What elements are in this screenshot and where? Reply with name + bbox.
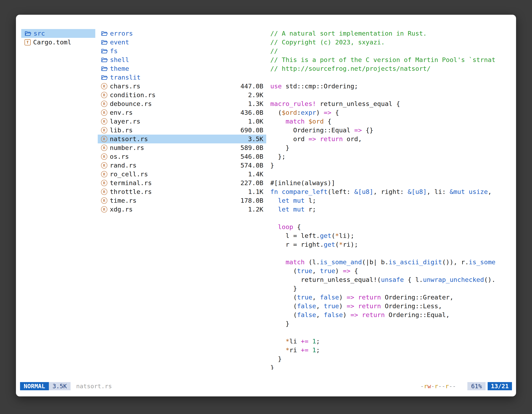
rust-file-icon: R bbox=[101, 171, 107, 177]
toml-file-icon: T bbox=[25, 39, 31, 45]
file-row[interactable]: Rnumber.rs589.0B bbox=[98, 143, 266, 152]
folder-open-icon bbox=[101, 48, 108, 54]
preview-pane[interactable]: // A natural sort implementation in Rust… bbox=[270, 29, 513, 370]
code-line: // A natural sort implementation in Rust… bbox=[270, 29, 513, 38]
code-line: // bbox=[270, 47, 513, 55]
code-line: return_unless_equal!(unsafe { l.unwrap_u… bbox=[270, 275, 513, 284]
file-row[interactable]: Rrand.rs574.0B bbox=[98, 161, 266, 170]
file-row[interactable]: Rro_cell.rs1.4K bbox=[98, 170, 266, 179]
entry-name: shell bbox=[110, 55, 129, 64]
cursor-position-badge: 13/21 bbox=[488, 382, 512, 390]
rust-file-icon: R bbox=[101, 154, 107, 160]
entry-name: os.rs bbox=[110, 152, 129, 161]
entry-size: 690.0B bbox=[240, 126, 263, 135]
file-row[interactable]: Ros.rs546.0B bbox=[98, 152, 266, 161]
entry-name: layer.rs bbox=[110, 117, 140, 126]
code-line bbox=[270, 328, 513, 337]
code-line: macro_rules! return_unless_equal { bbox=[270, 99, 513, 108]
entry-name: translit bbox=[110, 73, 141, 82]
file-size-chip: 3.5K bbox=[49, 382, 71, 390]
code-line: let mut r; bbox=[270, 205, 513, 214]
rust-file-icon: R bbox=[101, 136, 107, 142]
code-line: l = left.get(*li); bbox=[270, 231, 513, 240]
code-line: fn compare_left(left: &[u8], right: &[u8… bbox=[270, 187, 513, 196]
code-line bbox=[270, 73, 513, 82]
rust-file-icon: R bbox=[101, 189, 107, 195]
rust-file-icon: R bbox=[101, 206, 107, 212]
entry-size: 178.0B bbox=[240, 196, 263, 205]
code-line: }; bbox=[270, 152, 513, 161]
code-line: } bbox=[270, 143, 513, 152]
entry-size: 1.3K bbox=[248, 99, 263, 108]
file-row[interactable]: Rlayer.rs1.0K bbox=[98, 117, 266, 126]
file-row[interactable]: Rcondition.rs2.9K bbox=[98, 91, 266, 99]
code-line: *li += 1; bbox=[270, 337, 513, 346]
code-line: *ri += 1; bbox=[270, 346, 513, 355]
yazi-window: srcTCargo.toml errorseventfsshellthemetr… bbox=[16, 15, 516, 396]
entry-name: theme bbox=[110, 64, 129, 73]
dir-row[interactable]: translit bbox=[98, 73, 266, 82]
file-row[interactable]: Renv.rs436.0B bbox=[98, 108, 266, 117]
file-row[interactable]: TCargo.toml bbox=[21, 38, 95, 47]
code-line: // http://sourcefrog.net/projects/natsor… bbox=[270, 64, 513, 73]
entry-name: src bbox=[34, 29, 45, 38]
entry-name: debounce.rs bbox=[110, 99, 152, 108]
status-bar: NORMAL 3.5K natsort.rs -rw-r--r-- 61% 13… bbox=[20, 382, 512, 390]
code-line: } bbox=[270, 161, 513, 170]
code-line bbox=[270, 91, 513, 99]
dir-row[interactable]: errors bbox=[98, 29, 266, 38]
rust-file-icon: R bbox=[101, 162, 107, 169]
code-line: // Copyright (c) 2023, sxyazi. bbox=[270, 38, 513, 47]
folder-open-icon bbox=[25, 30, 31, 37]
dir-row[interactable]: theme bbox=[98, 64, 266, 73]
code-line: let mut l; bbox=[270, 196, 513, 205]
dir-row[interactable]: src bbox=[21, 29, 95, 38]
mode-badge: NORMAL bbox=[20, 382, 49, 390]
folder-open-icon bbox=[101, 30, 108, 37]
code-line bbox=[270, 249, 513, 258]
code-line bbox=[270, 214, 513, 222]
rust-file-icon: R bbox=[101, 118, 107, 125]
dir-row[interactable]: fs bbox=[98, 47, 266, 55]
code-line: } bbox=[270, 355, 513, 363]
file-row[interactable]: Rthrottle.rs1.1K bbox=[98, 187, 266, 196]
code-line: match (l.is_some_and(|b| b.is_ascii_digi… bbox=[270, 258, 513, 267]
entry-name: condition.rs bbox=[110, 91, 156, 99]
entry-size: 447.0B bbox=[240, 82, 263, 91]
entry-name: Cargo.toml bbox=[33, 38, 71, 47]
entry-name: time.rs bbox=[110, 196, 137, 205]
code-line: #[inline(always)] bbox=[270, 179, 513, 187]
code-line: // This is a port of the C version of Ma… bbox=[270, 55, 513, 64]
code-line: r = right.get(*ri); bbox=[270, 240, 513, 249]
entry-size: 574.0B bbox=[240, 161, 263, 170]
entry-size: 227.0B bbox=[240, 179, 263, 187]
entry-name: fs bbox=[110, 47, 118, 55]
dir-row[interactable]: shell bbox=[98, 55, 266, 64]
entry-size: 1.1K bbox=[248, 187, 263, 196]
entry-size: 1.0K bbox=[248, 117, 263, 126]
rust-file-icon: R bbox=[101, 180, 107, 186]
entry-size: 546.0B bbox=[240, 152, 263, 161]
entry-size: 1.2K bbox=[248, 205, 263, 214]
code-line bbox=[270, 170, 513, 179]
file-row[interactable]: Rnatsort.rs3.5K bbox=[98, 135, 266, 143]
folder-open-icon bbox=[101, 57, 108, 63]
file-row[interactable]: Rxdg.rs1.2K bbox=[98, 205, 266, 214]
entry-name: rand.rs bbox=[110, 161, 137, 170]
code-line: ord => return ord, bbox=[270, 135, 513, 143]
entry-size: 3.5K bbox=[248, 135, 263, 143]
file-row[interactable]: Rchars.rs447.0B bbox=[98, 82, 266, 91]
file-row[interactable]: Rlib.rs690.0B bbox=[98, 126, 266, 135]
entry-name: errors bbox=[110, 29, 133, 38]
rust-file-icon: R bbox=[101, 92, 107, 98]
file-row[interactable]: Rdebounce.rs1.3K bbox=[98, 99, 266, 108]
file-row[interactable]: Rtime.rs178.0B bbox=[98, 196, 266, 205]
code-line: Ordering::Equal => {} bbox=[270, 126, 513, 135]
code-line: } bbox=[270, 363, 513, 370]
entry-name: natsort.rs bbox=[110, 135, 148, 143]
dir-row[interactable]: event bbox=[98, 38, 266, 47]
file-row[interactable]: Rterminal.rs227.0B bbox=[98, 179, 266, 187]
entry-name: ro_cell.rs bbox=[110, 170, 148, 179]
folder-open-icon bbox=[101, 39, 108, 46]
entry-name: lib.rs bbox=[110, 126, 133, 135]
